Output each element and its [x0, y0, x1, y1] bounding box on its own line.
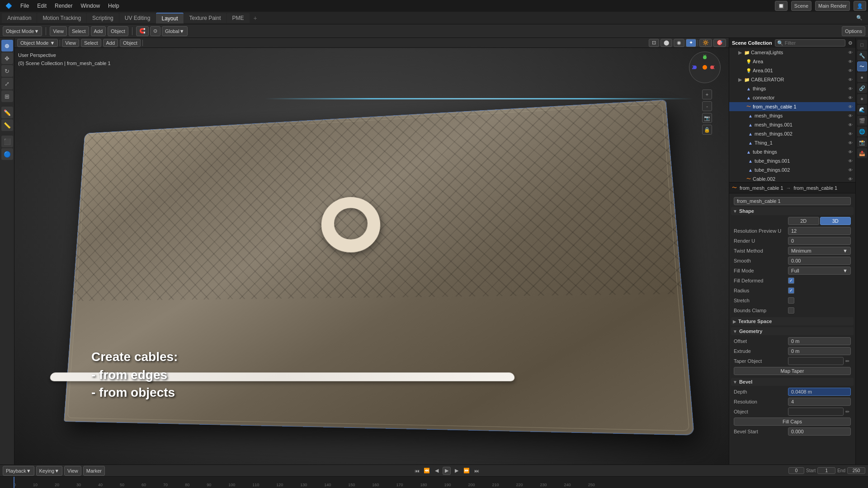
- bounds-clamp-checkbox[interactable]: [788, 307, 794, 314]
- zoom-out-btn[interactable]: -: [702, 101, 712, 111]
- next-frame-btn[interactable]: ▶: [453, 467, 461, 475]
- bevel-link-btn[interactable]: ✏: [844, 408, 851, 415]
- snap-toggle[interactable]: 🧲: [136, 26, 149, 36]
- outliner-item-cameralights[interactable]: ▶ 📁 Camera|Lights 👁: [729, 48, 855, 57]
- visibility-icon[interactable]: 👁: [847, 167, 854, 173]
- outliner-item-mesh-things[interactable]: ▲ mesh_things 👁: [729, 111, 855, 120]
- tab-layout[interactable]: Layout: [156, 13, 183, 23]
- props-particles-btn[interactable]: ⁕: [857, 94, 867, 104]
- 3d-viewport[interactable]: Object Mode ▼ View Select Add Object ⊡ ⬤…: [14, 38, 729, 465]
- tab-uv-editing[interactable]: UV Editing: [119, 13, 156, 23]
- tab-motion-tracking[interactable]: Motion Tracking: [37, 13, 86, 23]
- user-btn[interactable]: 👤: [854, 1, 866, 11]
- menu-edit[interactable]: Edit: [33, 2, 50, 10]
- props-object-constraint-btn[interactable]: 🔗: [857, 83, 867, 93]
- outliner-item-cable002[interactable]: 〜 Cable.002 👁: [729, 174, 855, 183]
- scene-selector[interactable]: Scene: [791, 1, 811, 11]
- add-workspace-tab[interactable]: +: [250, 13, 261, 23]
- viewport-shading-material[interactable]: ◉: [674, 39, 684, 47]
- playback-menu[interactable]: Playback ▼: [3, 466, 34, 476]
- tab-scripting[interactable]: Scripting: [87, 13, 119, 23]
- outliner-filter-icon[interactable]: ⚙: [848, 40, 853, 46]
- taper-link-btn[interactable]: ✏: [844, 357, 851, 365]
- viewport-shading-solid[interactable]: ⬤: [660, 39, 672, 47]
- bevel-object-value[interactable]: [788, 408, 844, 416]
- outliner-item-mesh-things-001[interactable]: ▲ mesh_things.001 👁: [729, 120, 855, 129]
- smooth-value[interactable]: 0.00: [788, 257, 851, 265]
- bevel-resolution-value[interactable]: 4: [788, 398, 851, 406]
- visibility-icon[interactable]: 👁: [847, 94, 854, 101]
- outliner-item-from-mesh-cable[interactable]: 〜 from_mesh_cable 1 👁: [729, 102, 855, 111]
- object-name-field[interactable]: [734, 197, 851, 205]
- outliner-item-things[interactable]: ▲ things 👁: [729, 84, 855, 93]
- camera-view-btn[interactable]: 📷: [702, 113, 712, 123]
- zoom-in-btn[interactable]: +: [702, 89, 712, 99]
- jump-start-btn[interactable]: ⏮: [413, 467, 421, 475]
- tool-measure[interactable]: 📏: [1, 119, 13, 131]
- tool-add-others[interactable]: 🔵: [1, 148, 13, 160]
- vp-select-btn[interactable]: Select: [81, 39, 101, 47]
- blender-logo[interactable]: 🔷: [2, 2, 16, 10]
- viewport-shading-wire[interactable]: ⊡: [649, 39, 659, 47]
- radius-checkbox[interactable]: ✓: [788, 287, 794, 294]
- select-menu[interactable]: Select: [69, 26, 89, 36]
- options-btn[interactable]: Options: [842, 26, 865, 36]
- play-btn[interactable]: ▶: [443, 467, 451, 475]
- shape-section-header[interactable]: ▼ Shape: [731, 207, 854, 215]
- search-icon[interactable]: 🔍: [856, 15, 863, 21]
- visibility-icon[interactable]: 👁: [847, 49, 854, 56]
- visibility-icon[interactable]: 👁: [847, 158, 854, 164]
- resolution-preview-value[interactable]: 12: [788, 227, 851, 235]
- visibility-icon[interactable]: 👁: [847, 103, 854, 110]
- tab-texture-paint[interactable]: Texture Paint: [184, 13, 226, 23]
- props-data-btn[interactable]: 〜: [857, 61, 867, 71]
- visibility-icon[interactable]: 👁: [847, 149, 854, 155]
- render-selector[interactable]: Main Render: [815, 1, 850, 11]
- visibility-icon[interactable]: 👁: [847, 58, 854, 65]
- keying-menu[interactable]: Keying ▼: [36, 466, 63, 476]
- props-output-btn[interactable]: 📤: [857, 148, 867, 158]
- jump-end-btn[interactable]: ⏭: [472, 467, 481, 475]
- visibility-icon[interactable]: 👁: [847, 85, 854, 92]
- extrude-value[interactable]: 0 m: [788, 347, 851, 355]
- tool-scale[interactable]: ⤢: [1, 78, 13, 89]
- add-menu[interactable]: Add: [91, 26, 106, 36]
- outliner-item-area[interactable]: 💡 Area 👁: [729, 57, 855, 66]
- outliner-item-area001[interactable]: 💡 Area.001 👁: [729, 66, 855, 75]
- props-scene-btn[interactable]: 🎬: [857, 116, 867, 126]
- tool-add-cube[interactable]: ⬛: [1, 136, 13, 147]
- menu-help[interactable]: Help: [104, 2, 123, 10]
- shape-2d-btn[interactable]: 2D: [788, 217, 819, 225]
- fill-caps-btn[interactable]: Fill Caps: [734, 418, 851, 426]
- tool-cursor[interactable]: ⊕: [1, 40, 13, 52]
- menu-file[interactable]: File: [17, 2, 33, 10]
- outliner-search-input[interactable]: [775, 39, 845, 47]
- tool-rotate[interactable]: ↻: [1, 65, 13, 77]
- object-menu[interactable]: Object: [108, 26, 128, 36]
- vp-view-btn[interactable]: View: [62, 39, 79, 47]
- nav-gizmo[interactable]: X Y Z: [689, 52, 725, 88]
- shape-3d-btn[interactable]: 3D: [820, 217, 851, 225]
- depth-value[interactable]: 0.0408 m: [788, 388, 851, 396]
- end-frame-input[interactable]: [847, 467, 865, 474]
- props-world-btn[interactable]: 🌐: [857, 127, 867, 136]
- viewport-overlay-btn[interactable]: 🔆: [699, 39, 712, 47]
- visibility-icon[interactable]: 👁: [847, 122, 854, 128]
- geometry-section-header[interactable]: ▼ Geometry: [731, 327, 854, 335]
- visibility-icon[interactable]: 👁: [847, 140, 854, 146]
- tab-pme[interactable]: PME: [227, 13, 250, 23]
- outliner-item-tube-things-002[interactable]: ▲ tube_things.002 👁: [729, 165, 855, 174]
- global-transform[interactable]: Global ▼: [162, 26, 188, 36]
- next-keyframe-btn[interactable]: ⏩: [462, 467, 471, 475]
- vp-add-btn[interactable]: Add: [103, 39, 118, 47]
- props-physics-btn[interactable]: 🌊: [857, 105, 867, 115]
- visibility-icon[interactable]: 👁: [847, 67, 854, 74]
- taper-object-value[interactable]: [788, 357, 844, 365]
- menu-window[interactable]: Window: [77, 2, 104, 10]
- timeline-bar[interactable]: 0 10 20 30 40 50 60 70 80 90 100 110 120…: [0, 477, 868, 488]
- visibility-icon[interactable]: 👁: [847, 76, 854, 83]
- props-material-btn[interactable]: ●: [857, 72, 867, 82]
- viewport-shading-render[interactable]: ✦: [686, 39, 696, 47]
- vp-object-btn[interactable]: Object: [120, 39, 141, 47]
- visibility-icon[interactable]: 👁: [847, 131, 854, 137]
